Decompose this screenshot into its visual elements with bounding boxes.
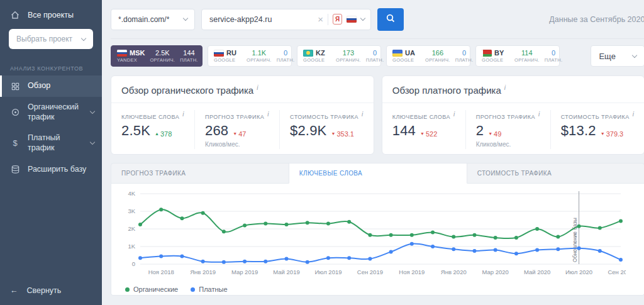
paid-count: 0: [552, 49, 555, 57]
paid-count: 144: [183, 49, 194, 57]
chevron-down-icon: [81, 35, 86, 40]
svg-text:0: 0: [132, 260, 135, 267]
sidebar-item-expand-database[interactable]: Расширить базу: [0, 159, 102, 180]
delta-arrow-icon: ▼: [601, 131, 605, 136]
svg-text:4K: 4K: [128, 190, 135, 197]
region-engine: YANDEX: [117, 57, 137, 63]
divider: [328, 14, 328, 25]
sidebar-section-label: АНАЛИЗ КОНКУРЕНТОВ: [10, 65, 92, 72]
svg-text:Мар 2020: Мар 2020: [482, 269, 509, 275]
region-code: KZ: [316, 49, 325, 57]
keywords-chart-panel: 01K2K3K4KНоя 2018Янв 2019Мар 2019Май 201…: [111, 184, 644, 296]
info-icon[interactable]: i: [504, 84, 506, 91]
topbar: *.domain.com/* × Я Данные за Сентябрь 20…: [111, 0, 644, 39]
metric-delta: ▼379.3: [601, 130, 623, 138]
svg-text:Сен 2020: Сен 2020: [608, 269, 626, 275]
svg-text:Июл 2019: Июл 2019: [314, 269, 341, 275]
region-tab-ua-google[interactable]: UA GOOGLE 166 ОРГАНИЧ. 0 ПЛАТН.: [386, 45, 470, 67]
metric-sub: [121, 141, 184, 148]
arrow-left-icon: ←: [10, 286, 18, 295]
tab-keywords[interactable]: КЛЮЧЕВЫЕ СЛОВА: [289, 163, 467, 184]
search-button[interactable]: [377, 8, 404, 31]
region-tab-by-google[interactable]: BY GOOGLE 114 ОРГАНИЧ. 0 ПЛАТН.: [475, 45, 560, 67]
sidebar-item-overview[interactable]: Обзор: [0, 75, 102, 97]
tab-traffic-cost[interactable]: СТОИМОСТЬ ТРАФИКА: [467, 163, 644, 184]
paid-overview-card: Обзор платного трафикаi КЛЮЧЕВЫЕ СЛОВАi …: [382, 75, 644, 155]
delta-arrow-icon: ▼: [420, 131, 425, 136]
svg-text:1K: 1K: [128, 243, 135, 250]
info-icon[interactable]: i: [633, 111, 635, 118]
metric-sub: [392, 141, 455, 148]
metric-delta: ▼49: [488, 130, 501, 138]
legend-item-organic[interactable]: Органические: [125, 286, 178, 293]
metric-value: 2: [476, 123, 484, 139]
info-icon[interactable]: i: [453, 111, 455, 118]
info-icon[interactable]: i: [538, 111, 540, 118]
grid-icon: [10, 81, 20, 91]
metric-delta: ▼353.1: [331, 130, 353, 138]
collapse-sidebar-button[interactable]: ← Свернуть: [0, 279, 102, 305]
delta-arrow-icon: ▼: [488, 131, 492, 136]
sidebar-spacer: [0, 180, 102, 279]
svg-text:Ноя 2019: Ноя 2019: [399, 269, 425, 275]
url-pattern-select[interactable]: *.domain.com/*: [111, 9, 195, 30]
metric-value: $13.2: [561, 123, 596, 139]
organic-label: ОРГАНИЧ.: [514, 57, 540, 63]
legend-dot: [125, 287, 130, 292]
info-icon[interactable]: i: [257, 84, 258, 91]
legend-item-paid[interactable]: Платные: [191, 286, 227, 293]
metric-value: 268: [205, 123, 228, 139]
legend-dot: [191, 287, 195, 292]
domain-search-box: × Я: [201, 9, 371, 30]
tab-traffic-forecast[interactable]: ПРОГНОЗ ТРАФИКА: [111, 163, 289, 184]
more-label: Еще: [599, 52, 615, 61]
info-icon[interactable]: i: [182, 111, 184, 118]
metric-delta: ▼47: [233, 130, 246, 138]
metric-sub: [290, 141, 364, 148]
metric-value: 2.5K: [121, 123, 150, 139]
organic-count: 2.5K: [155, 49, 170, 57]
chevron-down-icon[interactable]: [360, 16, 365, 21]
all-projects-label: Все проекты: [28, 11, 74, 19]
region-tab-kz-google[interactable]: KZ GOOGLE 173 ОРГАНИЧ. 0 ПЛАТН.: [297, 45, 381, 67]
delta-arrow-icon: ▼: [331, 131, 335, 136]
delta-arrow-icon: ▲: [155, 131, 159, 136]
info-icon[interactable]: i: [267, 111, 269, 118]
region-tab-ru-google[interactable]: RU GOOGLE 1.1K ОРГАНИЧ. 0 ПЛАТН.: [208, 45, 292, 67]
metric-traffic-cost: СТОИМОСТЬ ТРАФИКАi $2.9K ▼353.1: [279, 110, 374, 149]
sidebar-item-label: Расширить базу: [28, 165, 94, 175]
all-projects-link[interactable]: Все проекты: [0, 0, 102, 28]
kazakhstan-flag-icon: [303, 50, 313, 57]
region-engine: GOOGLE: [214, 57, 235, 63]
traffic-chart-svg[interactable]: 01K2K3K4KНоя 2018Янв 2019Мар 2019Май 201…: [121, 189, 626, 278]
more-regions-button[interactable]: Еще: [591, 45, 644, 67]
organic-count: 173: [343, 49, 354, 57]
home-icon: [10, 10, 20, 20]
belarus-flag-icon: [482, 50, 492, 57]
sidebar-item-paid-traffic[interactable]: $ Платный трафик: [0, 128, 102, 158]
organic-label: ОРГАНИЧ.: [247, 57, 272, 63]
russia-flag-icon: [214, 50, 224, 57]
region-tabs-row: MSK YANDEX 2.5K ОРГАНИЧ. 144 ПЛАТН.: [111, 45, 644, 67]
organic-count: 166: [432, 49, 443, 57]
svg-text:Июл 2020: Июл 2020: [565, 269, 592, 275]
paid-count: 0: [462, 49, 466, 57]
paid-label: ПЛАТН.: [180, 57, 198, 63]
region-engine: GOOGLE: [303, 57, 325, 63]
project-select[interactable]: Выбрать проект: [9, 29, 93, 49]
delta-arrow-icon: ▼: [233, 131, 237, 136]
dollar-icon: $: [10, 138, 20, 148]
svg-text:3K: 3K: [128, 208, 135, 214]
search-icon: [386, 13, 396, 25]
domain-search-input[interactable]: [209, 15, 313, 24]
info-icon[interactable]: i: [362, 111, 364, 118]
target-icon: [10, 108, 20, 118]
sidebar-item-organic-traffic[interactable]: Органический трафик: [0, 97, 102, 128]
main-content: *.domain.com/* × Я Данные за Сентябрь 20…: [102, 0, 644, 305]
metric-keywords: КЛЮЧЕВЫЕ СЛОВАi 144 ▼522: [382, 110, 465, 149]
paid-label: ПЛАТН.: [545, 57, 563, 63]
clear-search-icon[interactable]: ×: [318, 14, 323, 24]
metric-value: $2.9K: [290, 123, 327, 139]
region-tab-msk-yandex[interactable]: MSK YANDEX 2.5K ОРГАНИЧ. 144 ПЛАТН.: [111, 45, 203, 67]
paid-count: 0: [284, 49, 287, 57]
